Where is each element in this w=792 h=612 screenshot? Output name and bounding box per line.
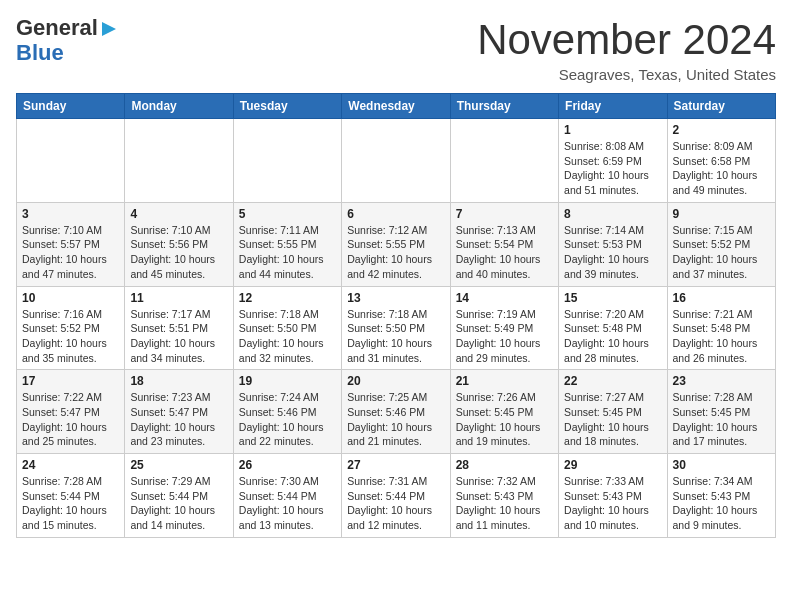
calendar-cell: 17Sunrise: 7:22 AMSunset: 5:47 PMDayligh… [17,370,125,454]
calendar-cell: 25Sunrise: 7:29 AMSunset: 5:44 PMDayligh… [125,454,233,538]
day-detail: Sunrise: 7:32 AMSunset: 5:43 PMDaylight:… [456,474,553,533]
day-detail: Sunrise: 7:28 AMSunset: 5:45 PMDaylight:… [673,390,770,449]
day-number: 9 [673,207,770,221]
day-number: 18 [130,374,227,388]
day-detail: Sunrise: 7:18 AMSunset: 5:50 PMDaylight:… [239,307,336,366]
day-number: 1 [564,123,661,137]
calendar-cell [17,119,125,203]
header-friday: Friday [559,94,667,119]
day-detail: Sunrise: 7:19 AMSunset: 5:49 PMDaylight:… [456,307,553,366]
calendar-cell: 29Sunrise: 7:33 AMSunset: 5:43 PMDayligh… [559,454,667,538]
day-detail: Sunrise: 7:13 AMSunset: 5:54 PMDaylight:… [456,223,553,282]
calendar-cell: 12Sunrise: 7:18 AMSunset: 5:50 PMDayligh… [233,286,341,370]
day-detail: Sunrise: 7:18 AMSunset: 5:50 PMDaylight:… [347,307,444,366]
calendar-cell: 26Sunrise: 7:30 AMSunset: 5:44 PMDayligh… [233,454,341,538]
day-detail: Sunrise: 7:11 AMSunset: 5:55 PMDaylight:… [239,223,336,282]
week-row-1: 1Sunrise: 8:08 AMSunset: 6:59 PMDaylight… [17,119,776,203]
calendar-cell: 13Sunrise: 7:18 AMSunset: 5:50 PMDayligh… [342,286,450,370]
logo-line2: Blue [16,40,64,66]
day-detail: Sunrise: 7:25 AMSunset: 5:46 PMDaylight:… [347,390,444,449]
calendar-cell: 21Sunrise: 7:26 AMSunset: 5:45 PMDayligh… [450,370,558,454]
day-detail: Sunrise: 7:20 AMSunset: 5:48 PMDaylight:… [564,307,661,366]
day-number: 24 [22,458,119,472]
calendar-cell: 9Sunrise: 7:15 AMSunset: 5:52 PMDaylight… [667,202,775,286]
day-number: 29 [564,458,661,472]
day-number: 17 [22,374,119,388]
day-detail: Sunrise: 7:14 AMSunset: 5:53 PMDaylight:… [564,223,661,282]
calendar-cell [125,119,233,203]
day-number: 8 [564,207,661,221]
day-detail: Sunrise: 7:29 AMSunset: 5:44 PMDaylight:… [130,474,227,533]
calendar-cell: 5Sunrise: 7:11 AMSunset: 5:55 PMDaylight… [233,202,341,286]
calendar-cell: 19Sunrise: 7:24 AMSunset: 5:46 PMDayligh… [233,370,341,454]
day-detail: Sunrise: 7:24 AMSunset: 5:46 PMDaylight:… [239,390,336,449]
day-number: 11 [130,291,227,305]
day-number: 23 [673,374,770,388]
day-detail: Sunrise: 7:31 AMSunset: 5:44 PMDaylight:… [347,474,444,533]
calendar-cell: 23Sunrise: 7:28 AMSunset: 5:45 PMDayligh… [667,370,775,454]
day-number: 22 [564,374,661,388]
day-number: 16 [673,291,770,305]
day-detail: Sunrise: 7:28 AMSunset: 5:44 PMDaylight:… [22,474,119,533]
day-number: 20 [347,374,444,388]
calendar-cell: 11Sunrise: 7:17 AMSunset: 5:51 PMDayligh… [125,286,233,370]
day-number: 3 [22,207,119,221]
logo: General Blue [16,16,118,66]
calendar-cell: 15Sunrise: 7:20 AMSunset: 5:48 PMDayligh… [559,286,667,370]
page-header: General Blue November 2024 Seagraves, Te… [16,16,776,83]
calendar-cell: 6Sunrise: 7:12 AMSunset: 5:55 PMDaylight… [342,202,450,286]
calendar-cell: 7Sunrise: 7:13 AMSunset: 5:54 PMDaylight… [450,202,558,286]
calendar-cell: 27Sunrise: 7:31 AMSunset: 5:44 PMDayligh… [342,454,450,538]
calendar-cell [233,119,341,203]
day-number: 2 [673,123,770,137]
day-number: 4 [130,207,227,221]
calendar-cell: 14Sunrise: 7:19 AMSunset: 5:49 PMDayligh… [450,286,558,370]
header-sunday: Sunday [17,94,125,119]
logo-arrow-icon [100,20,118,38]
day-number: 28 [456,458,553,472]
day-number: 12 [239,291,336,305]
day-detail: Sunrise: 7:21 AMSunset: 5:48 PMDaylight:… [673,307,770,366]
calendar-cell: 3Sunrise: 7:10 AMSunset: 5:57 PMDaylight… [17,202,125,286]
calendar-cell: 20Sunrise: 7:25 AMSunset: 5:46 PMDayligh… [342,370,450,454]
header-saturday: Saturday [667,94,775,119]
calendar-table: SundayMondayTuesdayWednesdayThursdayFrid… [16,93,776,538]
calendar-cell: 22Sunrise: 7:27 AMSunset: 5:45 PMDayligh… [559,370,667,454]
day-number: 19 [239,374,336,388]
week-row-4: 17Sunrise: 7:22 AMSunset: 5:47 PMDayligh… [17,370,776,454]
day-detail: Sunrise: 7:27 AMSunset: 5:45 PMDaylight:… [564,390,661,449]
calendar-cell: 30Sunrise: 7:34 AMSunset: 5:43 PMDayligh… [667,454,775,538]
day-number: 25 [130,458,227,472]
calendar-cell: 1Sunrise: 8:08 AMSunset: 6:59 PMDaylight… [559,119,667,203]
calendar-cell: 2Sunrise: 8:09 AMSunset: 6:58 PMDaylight… [667,119,775,203]
day-number: 30 [673,458,770,472]
day-detail: Sunrise: 7:22 AMSunset: 5:47 PMDaylight:… [22,390,119,449]
calendar-cell: 4Sunrise: 7:10 AMSunset: 5:56 PMDaylight… [125,202,233,286]
calendar-cell [450,119,558,203]
calendar-cell: 8Sunrise: 7:14 AMSunset: 5:53 PMDaylight… [559,202,667,286]
calendar-cell: 24Sunrise: 7:28 AMSunset: 5:44 PMDayligh… [17,454,125,538]
title-block: November 2024 Seagraves, Texas, United S… [477,16,776,83]
day-detail: Sunrise: 7:34 AMSunset: 5:43 PMDaylight:… [673,474,770,533]
week-row-2: 3Sunrise: 7:10 AMSunset: 5:57 PMDaylight… [17,202,776,286]
day-detail: Sunrise: 7:23 AMSunset: 5:47 PMDaylight:… [130,390,227,449]
day-detail: Sunrise: 8:08 AMSunset: 6:59 PMDaylight:… [564,139,661,198]
day-detail: Sunrise: 7:17 AMSunset: 5:51 PMDaylight:… [130,307,227,366]
day-number: 26 [239,458,336,472]
svg-marker-0 [102,22,116,36]
month-title: November 2024 [477,16,776,64]
day-number: 21 [456,374,553,388]
day-number: 6 [347,207,444,221]
day-number: 15 [564,291,661,305]
location-title: Seagraves, Texas, United States [477,66,776,83]
calendar-cell: 28Sunrise: 7:32 AMSunset: 5:43 PMDayligh… [450,454,558,538]
week-row-5: 24Sunrise: 7:28 AMSunset: 5:44 PMDayligh… [17,454,776,538]
calendar-cell: 16Sunrise: 7:21 AMSunset: 5:48 PMDayligh… [667,286,775,370]
day-number: 27 [347,458,444,472]
day-detail: Sunrise: 7:15 AMSunset: 5:52 PMDaylight:… [673,223,770,282]
day-detail: Sunrise: 7:10 AMSunset: 5:56 PMDaylight:… [130,223,227,282]
day-detail: Sunrise: 7:10 AMSunset: 5:57 PMDaylight:… [22,223,119,282]
header-monday: Monday [125,94,233,119]
week-row-3: 10Sunrise: 7:16 AMSunset: 5:52 PMDayligh… [17,286,776,370]
logo-line1: General [16,16,98,40]
